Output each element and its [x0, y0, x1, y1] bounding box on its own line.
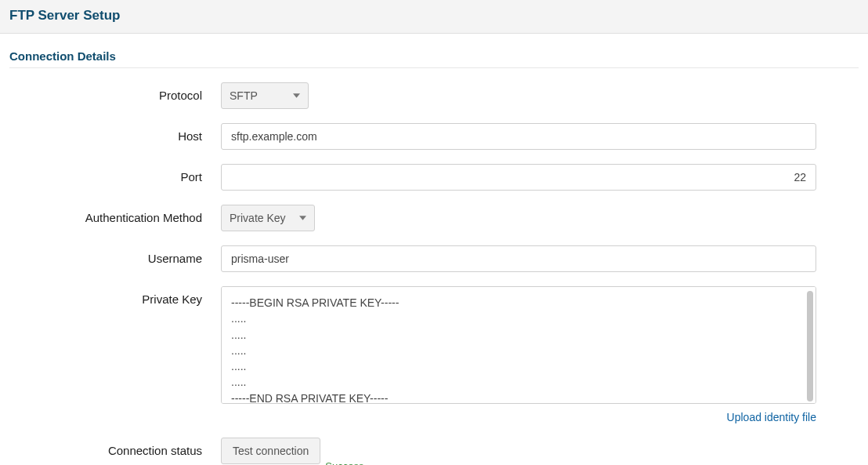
private-key-label: Private Key [9, 286, 221, 306]
protocol-label: Protocol [9, 82, 221, 102]
host-label: Host [9, 123, 221, 143]
port-label: Port [9, 164, 221, 183]
username-input[interactable] [221, 245, 816, 272]
auth-method-label: Authentication Method [9, 205, 221, 224]
test-connection-button-label: Test connection [233, 445, 309, 457]
connection-details-title: Connection Details [9, 49, 859, 68]
private-key-row: Private Key Upload identity file [9, 286, 859, 423]
protocol-row: Protocol SFTP [9, 82, 859, 109]
protocol-select[interactable]: SFTP [221, 82, 309, 109]
connection-status-row: Connection status Test connection Succes… [9, 438, 859, 464]
port-row: Port [9, 164, 859, 191]
username-label: Username [9, 245, 221, 265]
private-key-textarea[interactable] [221, 286, 816, 404]
auth-method-row: Authentication Method Private Key [9, 205, 859, 231]
connection-status-result: Success [325, 460, 363, 465]
upload-identity-file-link[interactable]: Upload identity file [727, 411, 816, 423]
port-input[interactable] [221, 164, 816, 191]
username-row: Username [9, 245, 859, 272]
host-row: Host [9, 123, 859, 150]
caret-down-icon [293, 93, 300, 98]
caret-down-icon [299, 216, 306, 220]
protocol-select-value: SFTP [230, 89, 258, 102]
page-title: FTP Server Setup [9, 8, 859, 24]
test-connection-button[interactable]: Test connection [221, 438, 320, 464]
connection-details-section: Connection Details Protocol SFTP Host Po… [0, 34, 868, 464]
host-input[interactable] [221, 123, 816, 150]
auth-method-select[interactable]: Private Key [221, 205, 315, 231]
page-header: FTP Server Setup [0, 0, 868, 34]
auth-method-value: Private Key [230, 212, 286, 224]
connection-status-label: Connection status [9, 438, 221, 457]
